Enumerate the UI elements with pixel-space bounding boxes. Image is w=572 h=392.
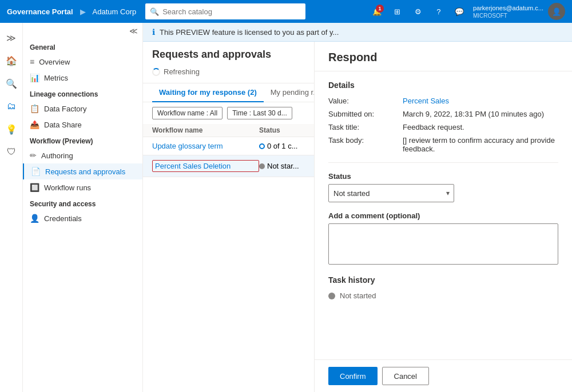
user-company: MICROSOFT	[473, 13, 543, 19]
info-icon: ℹ	[152, 27, 155, 37]
row-status-1: 0 of 1 c...	[259, 142, 305, 150]
portal-name: Governance Portal	[7, 7, 73, 16]
search-icon: 🔍	[150, 7, 159, 16]
status-select-wrapper: Not started In progress Completed ▾	[328, 184, 454, 202]
table-row[interactable]: Percent Sales Deletion Not star...	[143, 155, 314, 177]
metrics-icon: 📊	[30, 73, 39, 82]
sidebar-item-requests[interactable]: 📄 Requests and approvals	[23, 163, 142, 179]
tab-pending[interactable]: My pending r...	[264, 83, 315, 102]
status-text-2: Not star...	[267, 162, 299, 170]
refresh-row: Refreshing	[152, 65, 305, 78]
lineage-section-label: Lineage connections	[23, 86, 142, 101]
sidebar-item-overview-label: Overview	[39, 58, 70, 66]
submitted-value: March 9, 2022, 18:31 PM (10 minutes ago)	[403, 110, 544, 118]
user-info[interactable]: parkerjones@adatum.c... MICROSOFT 👤	[473, 3, 565, 20]
help-button[interactable]: ?	[430, 2, 448, 21]
value-field[interactable]: Percent Sales	[403, 97, 449, 105]
rail-insights-icon[interactable]: 💡	[1, 119, 22, 139]
rail-search-icon[interactable]: 🔍	[1, 73, 22, 94]
search-box[interactable]: 🔍	[145, 3, 305, 19]
left-panel: Requests and approvals Refreshing Waitin…	[143, 42, 315, 392]
preview-banner: ℹ This PREVIEW feature is licensed to yo…	[143, 23, 572, 42]
sidebar-item-data-share[interactable]: 📤 Data Share	[23, 117, 142, 133]
settings-button[interactable]: ⚙	[409, 2, 427, 21]
row-name-2[interactable]: Percent Sales Deletion	[152, 160, 259, 172]
general-section-label: General	[23, 39, 142, 54]
cancel-button[interactable]: Cancel	[382, 367, 429, 385]
sidebar-toggle-area: ≪	[23, 23, 142, 39]
nav-separator: ▶	[80, 7, 86, 16]
row-name-1[interactable]: Update glossary term	[152, 142, 259, 150]
rail-catalog-icon[interactable]: 🗂	[1, 96, 22, 117]
main-layout: ≫ 🏠 🔍 🗂 💡 🛡 ≪ General ≡ Overview 📊 Metri…	[0, 23, 572, 392]
tab-waiting[interactable]: Waiting for my response (2)	[152, 83, 264, 102]
task-body-value: [] review term to confirm accuracy and p…	[403, 136, 558, 153]
status-field-label: Status	[328, 172, 558, 181]
comment-textarea[interactable]	[328, 223, 558, 265]
settings-icon: ⚙	[415, 7, 422, 16]
status-select[interactable]: Not started In progress Completed	[328, 184, 454, 202]
sidebar-item-workflow-runs-label: Workflow runs	[44, 183, 91, 192]
feedback-icon: 💬	[455, 7, 464, 16]
sidebar-item-authoring[interactable]: ✏ Authoring	[23, 147, 142, 163]
avatar[interactable]: 👤	[548, 3, 565, 20]
col-header-name: Workflow name	[152, 126, 259, 134]
table-header: Workflow name Status	[143, 124, 314, 137]
workflow-runs-icon: 🔲	[30, 183, 39, 192]
row-status-2: Not star...	[259, 162, 305, 170]
top-navigation: Governance Portal ▶ Adatum Corp 🔍 🔔 1 ⊞ …	[0, 0, 572, 23]
sidebar: ≪ General ≡ Overview 📊 Metrics Lineage c…	[23, 23, 143, 392]
sidebar-item-workflow-runs[interactable]: 🔲 Workflow runs	[23, 179, 142, 195]
detail-value-row: Value: Percent Sales	[328, 97, 558, 105]
sidebar-item-metrics[interactable]: 📊 Metrics	[23, 70, 142, 86]
task-history-label: Task history	[328, 275, 558, 285]
submitted-label: Submitted on:	[328, 110, 403, 118]
sidebar-collapse-button[interactable]: ≪	[129, 26, 138, 35]
feedback-button[interactable]: 💬	[450, 2, 468, 21]
comment-field-label: Add a comment (optional)	[328, 211, 558, 220]
history-dot-icon	[328, 293, 335, 299]
panel-title: Requests and approvals	[152, 49, 305, 61]
notification-badge: 1	[376, 5, 384, 13]
col-header-status: Status	[259, 126, 305, 134]
refresh-spinner	[152, 68, 160, 76]
refresh-label: Refreshing	[164, 67, 200, 76]
notification-button[interactable]: 🔔 1	[368, 2, 386, 21]
workflow-section-label: Workflow (Preview)	[23, 133, 142, 147]
search-input[interactable]	[162, 7, 301, 16]
history-item-label: Not started	[340, 291, 376, 300]
rail-toggle-icon[interactable]: ≫	[1, 27, 22, 48]
rail-manage-icon[interactable]: 🛡	[1, 142, 22, 162]
sidebar-item-credentials[interactable]: 👤 Credentials	[23, 210, 142, 226]
filter-time[interactable]: Time : Last 30 d...	[227, 107, 292, 119]
detail-submitted-row: Submitted on: March 9, 2022, 18:31 PM (1…	[328, 110, 558, 118]
sidebar-item-data-factory-label: Data Factory	[44, 105, 86, 113]
user-email: parkerjones@adatum.c...	[473, 4, 543, 12]
divider	[328, 162, 558, 163]
requests-icon: 📄	[31, 167, 41, 176]
filter-workflow-name[interactable]: Workflow name : All	[152, 107, 223, 119]
table-row[interactable]: Update glossary term 0 of 1 c...	[143, 137, 314, 155]
respond-body: Details Value: Percent Sales Submitted o…	[315, 71, 572, 359]
overview-icon: ≡	[30, 57, 34, 66]
respond-footer: Confirm Cancel	[315, 359, 572, 392]
filters-row: Workflow name : All Time : Last 30 d...	[143, 102, 314, 124]
data-share-icon: 📤	[30, 120, 39, 129]
sidebar-item-credentials-label: Credentials	[44, 214, 82, 223]
sidebar-item-authoring-label: Authoring	[41, 151, 73, 160]
task-history-item: Not started	[328, 291, 558, 300]
apps-button[interactable]: ⊞	[388, 2, 407, 21]
split-view: Requests and approvals Refreshing Waitin…	[143, 42, 572, 392]
rail-home-icon[interactable]: 🏠	[1, 50, 22, 71]
task-history-section: Task history Not started	[328, 275, 558, 300]
confirm-button[interactable]: Confirm	[328, 367, 378, 385]
help-icon: ?	[436, 7, 440, 16]
detail-task-title-row: Task title: Feedback request.	[328, 123, 558, 131]
respond-title: Respond	[328, 51, 558, 64]
nav-icons-group: 🔔 1 ⊞ ⚙ ? 💬 parkerjones@adatum.c... MICR…	[368, 2, 565, 21]
sidebar-item-data-factory[interactable]: 📋 Data Factory	[23, 101, 142, 117]
details-section-title: Details	[328, 81, 558, 90]
right-panel: Respond Details Value: Percent Sales Sub…	[315, 42, 572, 392]
sidebar-item-overview[interactable]: ≡ Overview	[23, 54, 142, 70]
task-title-label: Task title:	[328, 123, 403, 131]
